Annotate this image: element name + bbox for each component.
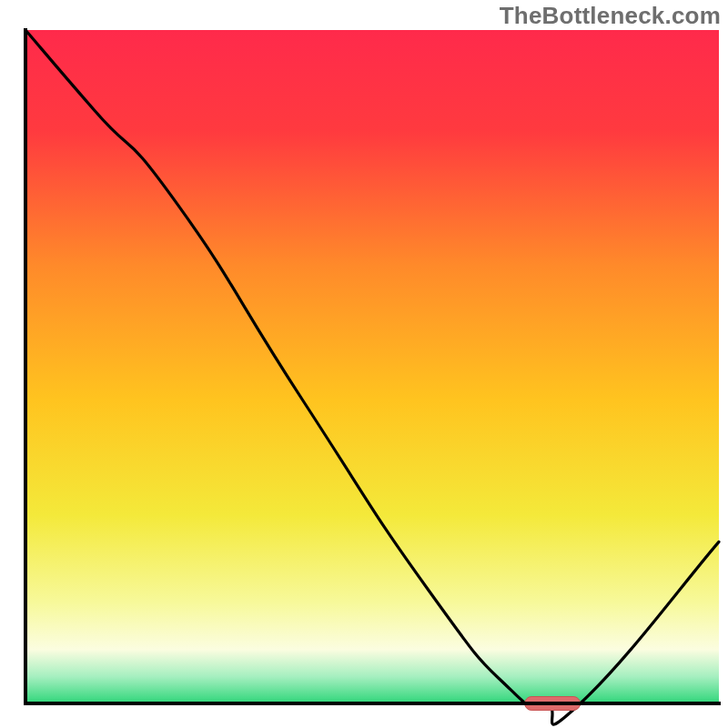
bottleneck-chart	[0, 0, 728, 728]
plot-background	[25, 30, 719, 703]
watermark-text: TheBottleneck.com	[500, 2, 721, 30]
chart-container: TheBottleneck.com	[0, 0, 728, 728]
